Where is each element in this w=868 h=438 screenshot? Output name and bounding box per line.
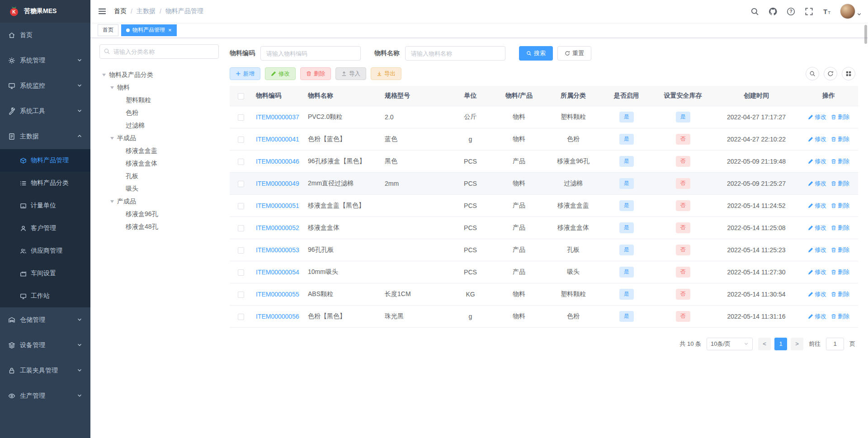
edit-button[interactable]: 修改 <box>265 67 296 80</box>
category-search-input[interactable] <box>99 44 219 59</box>
delete-row-link[interactable]: 删除 <box>831 135 849 143</box>
edit-row-link[interactable]: 修改 <box>808 290 826 298</box>
sidebar-item-device-management[interactable]: 设备管理 <box>0 333 90 358</box>
tab-home[interactable]: 首页 <box>98 24 118 36</box>
sidebar-item-warehouse-management[interactable]: 仓储管理 <box>0 307 90 333</box>
item-code-link[interactable]: ITEM00000051 <box>256 202 299 209</box>
item-code-link[interactable]: ITEM00000054 <box>256 268 299 276</box>
tree-node[interactable]: 移液盒盒盖 <box>99 145 219 157</box>
breadcrumb-home[interactable]: 首页 <box>114 7 127 15</box>
header-search-icon[interactable] <box>747 2 762 20</box>
delete-row-link[interactable]: 删除 <box>831 268 849 276</box>
add-button[interactable]: 新增 <box>230 67 260 80</box>
sidebar-item-system-tools[interactable]: 系统工具 <box>0 99 90 124</box>
sidebar-item-measure-unit[interactable]: 计量单位 <box>0 194 90 217</box>
sidebar-item-system-monitor[interactable]: 系统监控 <box>0 73 90 99</box>
select-all-checkbox[interactable] <box>238 93 244 99</box>
row-checkbox[interactable] <box>238 314 244 320</box>
sidebar-item-customer-management[interactable]: 客户管理 <box>0 217 90 240</box>
export-button[interactable]: 导出 <box>371 67 401 80</box>
item-code-link[interactable]: ITEM00000037 <box>256 113 299 121</box>
sidebar-item-master-data[interactable]: 主数据 <box>0 124 90 149</box>
sidebar-item-material-product-category[interactable]: 物料产品分类 <box>0 172 90 194</box>
app-logo[interactable]: K 苦糖果MES <box>0 0 90 23</box>
edit-row-link[interactable]: 修改 <box>808 312 826 320</box>
row-checkbox[interactable] <box>238 269 244 276</box>
edit-row-link[interactable]: 修改 <box>808 179 826 188</box>
avatar[interactable] <box>840 4 855 19</box>
edit-row-link[interactable]: 修改 <box>808 224 826 232</box>
tab-close-icon[interactable]: × <box>168 27 172 33</box>
sidebar-item-fixture-management[interactable]: 工装夹具管理 <box>0 358 90 383</box>
delete-row-link[interactable]: 删除 <box>831 312 849 320</box>
tree-node[interactable]: 物料 <box>99 81 219 94</box>
delete-row-link[interactable]: 删除 <box>831 290 849 298</box>
material-code-input[interactable] <box>260 46 361 61</box>
import-button[interactable]: 导入 <box>335 67 366 80</box>
row-checkbox[interactable] <box>238 137 244 143</box>
material-name-input[interactable] <box>405 46 505 61</box>
font-size-icon[interactable]: TT <box>819 2 835 20</box>
tree-node[interactable]: 孔板 <box>99 170 219 183</box>
sidebar-item-workshop-settings[interactable]: 车间设置 <box>0 262 90 285</box>
tree-node[interactable]: 吸头 <box>99 183 219 195</box>
goto-page-input[interactable] <box>826 338 844 350</box>
delete-button[interactable]: 删除 <box>300 67 331 80</box>
row-checkbox[interactable] <box>238 225 244 231</box>
item-code-link[interactable]: ITEM00000056 <box>256 313 299 320</box>
item-code-link[interactable]: ITEM00000049 <box>256 180 299 187</box>
columns-button[interactable] <box>842 67 855 80</box>
item-code-link[interactable]: ITEM00000041 <box>256 136 299 143</box>
page-1-button[interactable]: 1 <box>774 338 787 350</box>
page-scrollbar[interactable] <box>864 25 867 44</box>
delete-row-link[interactable]: 删除 <box>831 224 849 232</box>
edit-row-link[interactable]: 修改 <box>808 135 826 143</box>
row-checkbox[interactable] <box>238 181 244 187</box>
sidebar-item-workstation[interactable]: 工作站 <box>0 285 90 307</box>
fullscreen-icon[interactable] <box>801 2 816 20</box>
tree-node[interactable]: 色粉 <box>99 107 219 119</box>
delete-row-link[interactable]: 删除 <box>831 202 849 210</box>
sidebar-item-supplier-management[interactable]: 供应商管理 <box>0 240 90 262</box>
row-checkbox[interactable] <box>238 247 244 254</box>
reset-button[interactable]: 重置 <box>557 46 591 61</box>
help-icon[interactable]: ? <box>783 2 798 20</box>
tree-node[interactable]: 移液盒48孔 <box>99 221 219 233</box>
row-checkbox[interactable] <box>238 114 244 121</box>
sidebar-item-production-management[interactable]: 生产管理 <box>0 383 90 409</box>
delete-row-link[interactable]: 删除 <box>831 246 849 254</box>
item-code-link[interactable]: ITEM00000053 <box>256 246 299 254</box>
delete-row-link[interactable]: 删除 <box>831 157 849 165</box>
tab-material-product-management[interactable]: 物料产品管理 × <box>121 24 177 36</box>
tree-node[interactable]: 物料及产品分类 <box>99 69 219 81</box>
tree-node[interactable]: 过滤棉 <box>99 119 219 132</box>
github-icon[interactable] <box>765 2 780 20</box>
tree-node[interactable]: 移液盒盒体 <box>99 157 219 170</box>
tree-node[interactable]: 塑料颗粒 <box>99 94 219 107</box>
delete-row-link[interactable]: 删除 <box>831 179 849 188</box>
item-code-link[interactable]: ITEM00000046 <box>256 158 299 165</box>
user-menu[interactable] <box>840 4 862 19</box>
item-code-link[interactable]: ITEM00000055 <box>256 291 299 298</box>
search-button[interactable]: 搜索 <box>519 46 553 61</box>
tree-node[interactable]: 产成品 <box>99 195 219 208</box>
edit-row-link[interactable]: 修改 <box>808 246 826 254</box>
tree-node[interactable]: 半成品 <box>99 132 219 145</box>
edit-row-link[interactable]: 修改 <box>808 113 826 121</box>
row-checkbox[interactable] <box>238 159 244 165</box>
next-page-button[interactable]: > <box>791 338 803 350</box>
sidebar-toggle-icon[interactable] <box>90 7 114 16</box>
sidebar-item-system-management[interactable]: 系统管理 <box>0 48 90 73</box>
edit-row-link[interactable]: 修改 <box>808 268 826 276</box>
delete-row-link[interactable]: 删除 <box>831 113 849 121</box>
prev-page-button[interactable]: < <box>758 338 771 350</box>
edit-row-link[interactable]: 修改 <box>808 157 826 165</box>
row-checkbox[interactable] <box>238 292 244 298</box>
refresh-button[interactable] <box>824 67 837 80</box>
edit-row-link[interactable]: 修改 <box>808 202 826 210</box>
search-toggle-button[interactable] <box>806 67 819 80</box>
sidebar-item-home[interactable]: 首页 <box>0 23 90 48</box>
tree-node[interactable]: 移液盒96孔 <box>99 208 219 221</box>
sidebar-item-material-product-management[interactable]: 物料产品管理 <box>0 149 90 172</box>
page-size-select[interactable]: 10条/页 <box>707 338 753 350</box>
